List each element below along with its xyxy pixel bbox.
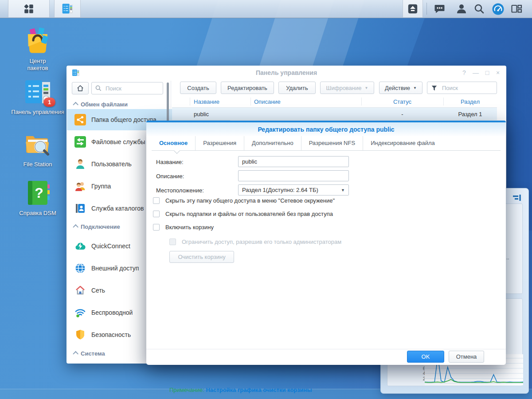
external-device-icon <box>407 4 418 14</box>
dialog-title: Редактировать папку общего доступа publi… <box>146 126 506 133</box>
sidebar-section-file-sharing[interactable]: Обмен файлами <box>73 100 128 109</box>
cell-status: - <box>361 111 443 117</box>
search-icon[interactable] <box>473 3 485 15</box>
window-maximize-button[interactable]: □ <box>482 68 492 77</box>
chevron-up-icon <box>73 224 78 230</box>
tab-file-indexing[interactable]: Индексирование файла <box>363 136 442 150</box>
column-header-description[interactable]: Описание <box>254 98 281 105</box>
name-field-label: Название: <box>156 159 236 165</box>
ok-button[interactable]: OK <box>407 351 444 363</box>
cell-name: public <box>194 111 209 117</box>
chevron-up-icon <box>73 351 78 356</box>
notification-badge: 1 <box>43 98 55 107</box>
column-header-status[interactable]: Статус <box>361 98 443 105</box>
file-services-icon <box>74 136 86 148</box>
checkbox-restrict-to-admins[interactable]: Ограничить доступ, разрешив его только а… <box>169 239 341 245</box>
desktop: Центр пакетов 1 Панель управления <box>0 0 532 399</box>
directory-service-icon <box>74 203 86 214</box>
desktop-icon-control-panel[interactable]: 1 Панель управления <box>11 78 64 116</box>
column-header-name[interactable]: Название <box>194 98 219 105</box>
window-titlebar: Панель управления ? — □ × <box>66 66 506 80</box>
taskbar <box>0 0 532 18</box>
user-icon[interactable] <box>456 3 467 15</box>
table-header: Название Описание Статус Раздел <box>172 96 497 108</box>
checkbox <box>153 211 160 217</box>
home-icon <box>76 84 84 92</box>
home-button[interactable] <box>72 82 89 94</box>
sidebar-search-input[interactable] <box>105 85 159 92</box>
column-separator <box>190 98 190 106</box>
widget-panel-toggle-icon[interactable] <box>511 3 522 15</box>
group-icon <box>74 180 86 192</box>
checkbox-hide-subfolders[interactable]: Скрыть подпапки и файлы от пользователей… <box>153 211 333 217</box>
tab-permissions[interactable]: Разрешения <box>196 136 244 150</box>
create-button[interactable]: Создать <box>180 82 216 94</box>
user-icon <box>74 158 86 170</box>
tab-general[interactable]: Основное <box>152 136 196 150</box>
shield-icon <box>74 329 86 340</box>
dsm-help-icon: ? <box>23 179 52 207</box>
sidebar-search[interactable] <box>91 82 163 94</box>
description-field-input[interactable] <box>238 170 349 181</box>
sidebar-section-system[interactable]: Система <box>73 349 105 358</box>
shared-folder-icon <box>74 114 86 125</box>
desktop-icon-package-center[interactable]: Центр пакетов <box>11 27 64 72</box>
checkbox <box>153 224 160 231</box>
external-device-button[interactable] <box>403 0 423 17</box>
window-close-button[interactable]: × <box>493 68 503 77</box>
window-help-button[interactable]: ? <box>459 68 469 77</box>
cell-volume: Раздел 1 <box>443 111 497 117</box>
chevron-up-icon <box>73 102 78 107</box>
taskbar-control-panel-button[interactable] <box>54 0 81 17</box>
location-select[interactable]: Раздел 1(Доступно: 2.64 ТБ) ▼ <box>238 184 349 196</box>
table-row-public[interactable]: public - Раздел 1 <box>172 108 497 120</box>
location-field-label: Местоположение: <box>156 187 236 194</box>
tab-advanced[interactable]: Дополнительно <box>244 136 301 150</box>
desktop-icon-dsm-help[interactable]: ? Справка DSM <box>11 179 64 217</box>
filter-search-input[interactable] <box>441 84 493 92</box>
checkbox <box>169 239 176 245</box>
desktop-icon-label: Центр пакетов <box>22 58 54 72</box>
checkbox <box>153 197 160 204</box>
wifi-icon <box>74 307 86 318</box>
resource-monitor-icon[interactable] <box>492 3 504 15</box>
chat-icon[interactable] <box>434 3 445 15</box>
chevron-down-icon: ▼ <box>413 86 417 90</box>
column-header-volume[interactable]: Раздел <box>443 98 497 105</box>
control-panel-icon: 1 <box>23 78 52 106</box>
encryption-dropdown-button[interactable]: Шифрование ▼ <box>320 82 374 94</box>
desktop-icon-file-station[interactable]: File Station <box>11 130 64 168</box>
column-separator <box>250 98 251 106</box>
note-prefix: Примечание: <box>169 387 204 393</box>
filter-funnel-icon <box>431 85 438 91</box>
sidebar-section-connectivity[interactable]: Подключение <box>73 222 120 231</box>
note-line: Примечание: Настройка графика очистки ко… <box>169 387 312 393</box>
checkbox-enable-recycle-bin[interactable]: Включить корзину <box>153 224 214 231</box>
action-dropdown-button[interactable]: Действие ▼ <box>379 82 422 94</box>
footer-divider <box>146 349 506 349</box>
network-icon <box>74 285 86 296</box>
tab-nfs-permissions[interactable]: Разрешения NFS <box>301 136 364 150</box>
package-center-icon <box>23 27 52 55</box>
dialog-tabs: Основное Разрешения Дополнительно Разреш… <box>152 136 501 151</box>
globe-icon <box>74 262 86 274</box>
cancel-button[interactable]: Отмена <box>449 351 484 363</box>
description-field-label: Описание: <box>156 173 236 180</box>
location-select-value: Раздел 1(Доступно: 2.64 ТБ) <box>242 187 318 193</box>
edit-button[interactable]: Редактировать <box>221 82 274 94</box>
name-field-input[interactable] <box>238 156 349 167</box>
desktop-icon-label: Справка DSM <box>13 210 62 217</box>
edit-shared-folder-dialog: Редактировать папку общего доступа publi… <box>146 121 506 365</box>
file-station-icon <box>23 130 52 158</box>
window-minimize-button[interactable]: — <box>471 68 481 77</box>
chevron-down-icon: ▼ <box>341 188 345 192</box>
widget-collapse-icon[interactable] <box>512 194 522 202</box>
empty-recycle-bin-button[interactable]: Очистить корзину <box>169 251 234 263</box>
main-menu-button[interactable] <box>8 0 50 17</box>
dialog-header[interactable]: Редактировать папку общего доступа publi… <box>146 122 506 136</box>
recycle-schedule-link[interactable]: Настройка графика очистки корзины <box>206 387 312 393</box>
delete-button[interactable]: Удалить <box>278 82 316 94</box>
filter-search[interactable] <box>427 82 497 94</box>
checkbox-hide-in-network[interactable]: Скрыть эту папку общего доступа в меню "… <box>153 197 335 204</box>
svg-text:?: ? <box>35 185 43 201</box>
